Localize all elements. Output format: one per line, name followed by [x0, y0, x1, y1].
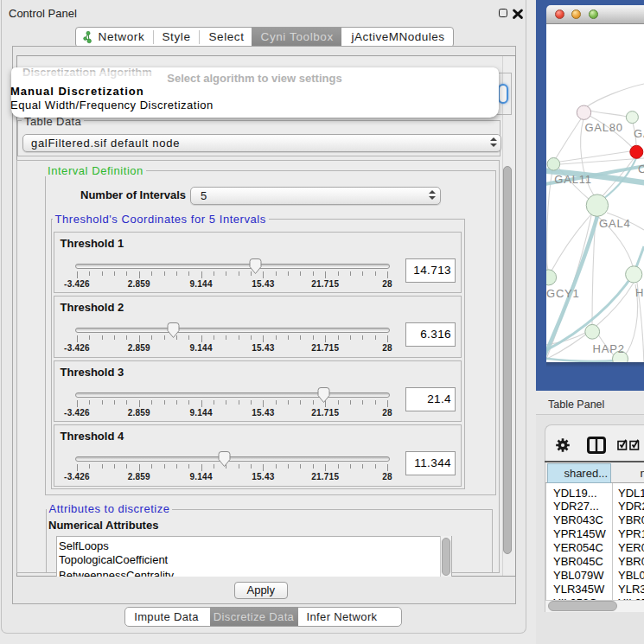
- svg-text:GCY1: GCY1: [546, 287, 580, 300]
- svg-text:GAL4: GAL4: [599, 217, 630, 230]
- svg-text:GAL80: GAL80: [584, 121, 622, 134]
- svg-text:HAP2: HAP2: [593, 342, 625, 355]
- svg-text:GAL11: GAL11: [554, 173, 592, 186]
- svg-text:GAL: GAL: [634, 127, 644, 140]
- svg-text:H: H: [635, 286, 644, 299]
- svg-text:C: C: [638, 163, 644, 175]
